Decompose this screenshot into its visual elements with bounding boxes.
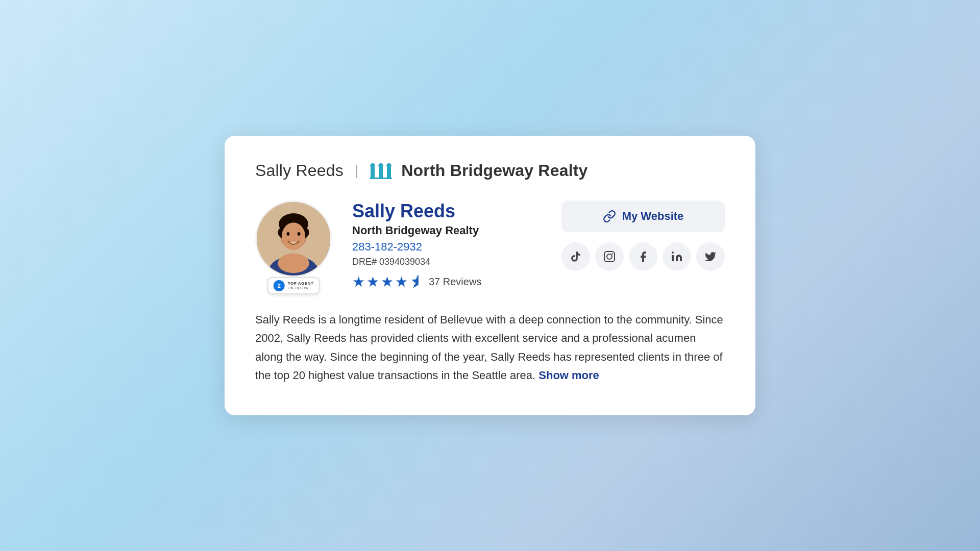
- avatar-wrapper: 2 TOP AGENT ON ZILLOW: [255, 201, 332, 290]
- profile-card: Sally Reeds | North Bridgeway Realty: [225, 136, 755, 415]
- card-header: Sally Reeds | North Bridgeway Realty: [255, 161, 725, 180]
- instagram-icon: [603, 251, 616, 263]
- star-2: ★: [366, 273, 379, 290]
- facebook-icon: [637, 251, 649, 263]
- svg-point-14: [607, 254, 612, 259]
- reviews-count: 37 Reviews: [429, 276, 481, 288]
- rating-row: ★ ★ ★ ★ ⯨ 37 Reviews: [352, 273, 541, 290]
- social-row: [561, 242, 725, 271]
- bio-text: Sally Reeds is a longtime resident of Be…: [255, 311, 725, 385]
- svg-point-15: [611, 253, 612, 254]
- svg-rect-13: [604, 252, 615, 262]
- profile-brokerage: North Bridgeway Realty: [352, 224, 541, 237]
- facebook-button[interactable]: [629, 242, 657, 271]
- star-1: ★: [352, 273, 365, 290]
- twitter-button[interactable]: [696, 242, 725, 271]
- profile-info: Sally Reeds North Bridgeway Realty 283-1…: [352, 201, 541, 290]
- profile-section: 2 TOP AGENT ON ZILLOW Sally Reeds North …: [255, 201, 725, 290]
- profile-actions: My Website: [561, 201, 725, 290]
- tiktok-button[interactable]: [561, 242, 590, 271]
- header-agent-name: Sally Reeds: [255, 161, 344, 180]
- svg-point-9: [287, 232, 290, 236]
- svg-rect-16: [672, 255, 674, 261]
- badge-top-text: TOP AGENT: [288, 282, 314, 286]
- linkedin-icon: [671, 251, 683, 263]
- website-button[interactable]: My Website: [561, 201, 725, 232]
- instagram-button[interactable]: [595, 242, 624, 271]
- star-rating: ★ ★ ★ ★ ⯨: [352, 273, 424, 290]
- svg-point-17: [672, 252, 674, 254]
- tiktok-icon: [570, 251, 582, 263]
- arch-icon: [370, 161, 392, 180]
- star-4: ★: [395, 273, 408, 290]
- svg-point-10: [298, 232, 301, 236]
- svg-point-12: [278, 254, 309, 273]
- star-3: ★: [381, 273, 394, 290]
- profile-dre: DRE# 0394039034: [352, 257, 541, 267]
- profile-name: Sally Reeds: [352, 201, 541, 222]
- badge-number: 2: [274, 280, 285, 291]
- header-divider: |: [355, 162, 358, 179]
- avatar: [255, 201, 332, 277]
- svg-rect-3: [370, 178, 392, 179]
- profile-phone: 283-182-2932: [352, 240, 541, 254]
- linkedin-button[interactable]: [663, 242, 691, 271]
- show-more-link[interactable]: Show more: [538, 369, 599, 382]
- website-button-label: My Website: [622, 210, 684, 223]
- svg-point-8: [282, 222, 305, 250]
- header-brokerage: North Bridgeway Realty: [401, 161, 587, 180]
- bio-section: Sally Reeds is a longtime resident of Be…: [255, 311, 725, 385]
- twitter-icon: [704, 251, 717, 263]
- zillow-badge: 2 TOP AGENT ON ZILLOW: [267, 277, 320, 294]
- badge-bottom-text: ON ZILLOW: [288, 286, 314, 290]
- link-icon: [603, 210, 616, 223]
- star-half: ⯨: [409, 273, 424, 290]
